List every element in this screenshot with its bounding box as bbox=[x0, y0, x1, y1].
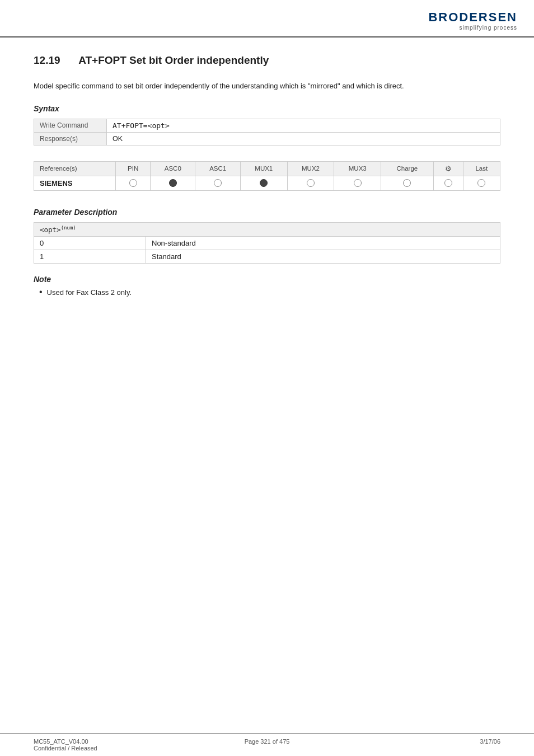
footer-right: 3/17/06 bbox=[345, 738, 500, 752]
ref-col-special: ⚙ bbox=[433, 161, 463, 176]
ref-col-mux3: MUX3 bbox=[334, 161, 381, 176]
ref-col-charge: Charge bbox=[381, 161, 434, 176]
syntax-heading: Syntax bbox=[34, 104, 500, 113]
section-number: 12.19 bbox=[34, 54, 60, 66]
circle-empty-mux3 bbox=[354, 179, 362, 187]
footer: MC55_ATC_V04.00 Confidential / Released … bbox=[0, 733, 534, 756]
write-command-value: AT+FOPT=<opt> bbox=[107, 119, 500, 132]
note-item: • Used for Fax Class 2 only. bbox=[39, 288, 500, 297]
circle-empty-last bbox=[477, 179, 485, 187]
reference-table: Reference(s) PIN ASC0 ASC1 MUX1 MUX2 MUX… bbox=[34, 161, 500, 191]
ref-col-asc1: ASC1 bbox=[195, 161, 240, 176]
write-command-row: Write Command AT+FOPT=<opt> bbox=[34, 119, 500, 132]
description: Model specific command to set bit order … bbox=[34, 81, 500, 92]
ref-siemens-mux3 bbox=[334, 176, 381, 190]
circle-empty-charge bbox=[403, 179, 411, 187]
response-value: OK bbox=[107, 132, 500, 145]
ref-siemens-mux1 bbox=[240, 176, 287, 190]
footer-page: Page 321 of 475 bbox=[189, 738, 345, 745]
section-title: AT+FOPT Set bit Order independently bbox=[78, 54, 269, 66]
param-name: <opt> bbox=[40, 226, 61, 234]
note-text: Used for Fax Class 2 only. bbox=[47, 288, 132, 297]
param-table: <opt>(num) 0 Non-standard 1 Standard bbox=[34, 222, 500, 264]
param-desc-0: Non-standard bbox=[146, 236, 500, 250]
param-header-cell: <opt>(num) bbox=[34, 222, 500, 236]
param-value-0: 0 bbox=[34, 236, 146, 250]
response-row: Response(s) OK bbox=[34, 132, 500, 145]
ref-col-asc0: ASC0 bbox=[151, 161, 195, 176]
param-desc-1: Standard bbox=[146, 250, 500, 263]
circle-empty-mux2 bbox=[307, 179, 315, 187]
ref-siemens-last bbox=[463, 176, 500, 190]
ref-siemens-pin bbox=[116, 176, 151, 190]
syntax-table: Write Command AT+FOPT=<opt> Response(s) … bbox=[34, 119, 500, 145]
footer-left: MC55_ATC_V04.00 Confidential / Released bbox=[34, 738, 189, 752]
param-description-heading: Parameter Description bbox=[34, 208, 500, 217]
header: BRODERSEN simplifying process bbox=[0, 0, 534, 37]
ref-col-label: Reference(s) bbox=[34, 161, 116, 176]
ref-siemens-row: SIEMENS bbox=[34, 176, 500, 190]
footer-doc-name: MC55_ATC_V04.00 bbox=[34, 738, 189, 745]
ref-col-mux1: MUX1 bbox=[240, 161, 287, 176]
ref-col-last: Last bbox=[463, 161, 500, 176]
ref-siemens-asc1 bbox=[195, 176, 240, 190]
ref-col-mux2: MUX2 bbox=[287, 161, 334, 176]
param-header-row: <opt>(num) bbox=[34, 222, 500, 236]
circle-filled-mux1 bbox=[260, 179, 268, 187]
param-value-0-row: 0 Non-standard bbox=[34, 236, 500, 250]
logo-area: BRODERSEN simplifying process bbox=[428, 10, 517, 31]
circle-empty-pin bbox=[129, 179, 137, 187]
section-heading: 12.19 AT+FOPT Set bit Order independentl… bbox=[34, 54, 500, 69]
note-bullet: • bbox=[39, 288, 43, 297]
param-value-1-row: 1 Standard bbox=[34, 250, 500, 263]
ref-col-pin: PIN bbox=[116, 161, 151, 176]
ref-siemens-charge bbox=[381, 176, 434, 190]
page-container: BRODERSEN simplifying process 12.19 AT+F… bbox=[0, 0, 534, 756]
note-heading: Note bbox=[34, 275, 500, 284]
circle-filled-asc0 bbox=[169, 179, 177, 187]
response-label: Response(s) bbox=[34, 132, 107, 145]
logo-brand: BRODERSEN bbox=[428, 10, 517, 25]
ref-siemens-mux2 bbox=[287, 176, 334, 190]
ref-header-row: Reference(s) PIN ASC0 ASC1 MUX1 MUX2 MUX… bbox=[34, 161, 500, 176]
ref-siemens-label: SIEMENS bbox=[34, 176, 116, 190]
ref-siemens-asc0 bbox=[151, 176, 195, 190]
footer-doc-status: Confidential / Released bbox=[34, 745, 189, 752]
circle-empty-special bbox=[444, 179, 452, 187]
footer-center: Page 321 of 475 bbox=[189, 738, 345, 752]
footer-date: 3/17/06 bbox=[345, 738, 500, 745]
ref-siemens-special bbox=[433, 176, 463, 190]
param-type: (num) bbox=[61, 225, 76, 231]
main-content: 12.19 AT+FOPT Set bit Order independentl… bbox=[0, 37, 534, 334]
logo-tagline: simplifying process bbox=[428, 25, 517, 31]
param-value-1: 1 bbox=[34, 250, 146, 263]
circle-empty-asc1 bbox=[214, 179, 222, 187]
write-command-label: Write Command bbox=[34, 119, 107, 132]
